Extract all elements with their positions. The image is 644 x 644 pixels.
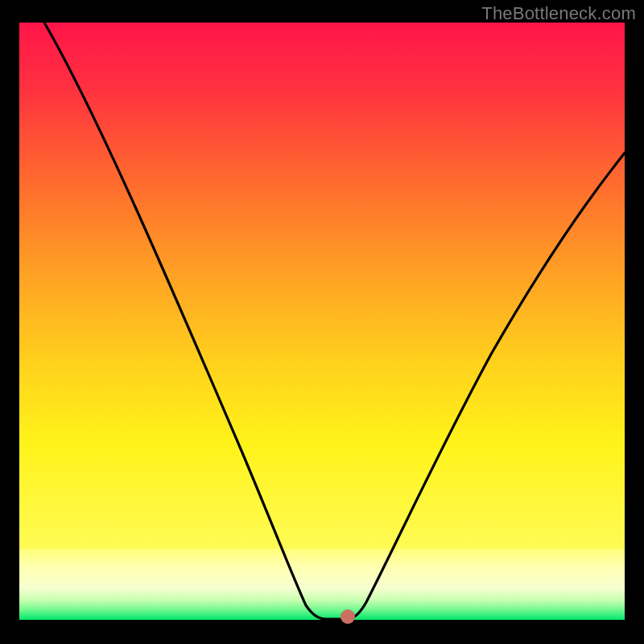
plot-area <box>19 23 625 624</box>
watermark-text: TheBottleneck.com <box>481 3 636 24</box>
chart-frame: TheBottleneck.com <box>0 0 644 644</box>
bottleneck-chart <box>0 0 644 644</box>
optimal-point-marker <box>341 609 355 624</box>
gradient-main <box>19 23 625 549</box>
gradient-band <box>19 549 625 620</box>
